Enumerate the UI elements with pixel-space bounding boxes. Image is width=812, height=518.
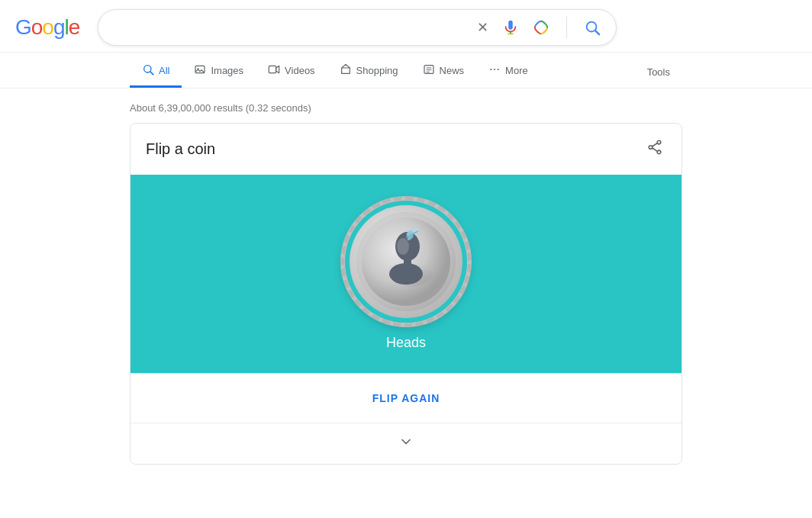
lens-icon	[533, 19, 549, 36]
nav-tabs: All Images Videos Shopping News More Too…	[0, 53, 812, 88]
logo-letter-o2: o	[42, 15, 53, 40]
svg-point-16	[657, 140, 661, 144]
shopping-tab-icon	[340, 63, 352, 78]
coin-heads-figure	[360, 216, 452, 307]
clear-button[interactable]	[474, 16, 491, 39]
tab-all-label: All	[159, 65, 169, 76]
tab-all[interactable]: All	[130, 56, 182, 88]
mic-icon	[502, 19, 519, 36]
coin-inner	[356, 212, 456, 311]
search-input[interactable]: Flip a coin	[111, 21, 474, 34]
videos-tab-icon	[268, 63, 280, 78]
flip-again-section: FLIP AGAIN	[130, 373, 682, 423]
news-tab-icon	[423, 63, 435, 78]
chevron-down-icon	[398, 434, 414, 453]
svg-line-5	[150, 72, 153, 75]
tab-images-label: Images	[211, 65, 243, 76]
search-bar: Flip a coin	[98, 9, 617, 46]
tab-shopping[interactable]: Shopping	[327, 56, 411, 88]
flip-again-button[interactable]: FLIP AGAIN	[360, 386, 453, 410]
lens-button[interactable]	[530, 16, 553, 39]
mic-button[interactable]	[499, 16, 522, 39]
svg-line-3	[595, 31, 599, 34]
svg-rect-8	[269, 66, 276, 72]
tab-news-label: News	[440, 65, 465, 76]
svg-point-15	[498, 69, 499, 70]
tab-videos[interactable]: Videos	[256, 56, 327, 88]
share-icon	[646, 139, 663, 156]
logo-letter-g: G	[15, 15, 31, 40]
logo-letter-e: e	[69, 15, 80, 40]
google-logo: G o o g l e	[15, 15, 79, 40]
results-area: About 6,39,00,000 results (0.32 seconds)…	[0, 88, 812, 471]
all-tab-icon	[142, 63, 154, 78]
svg-point-17	[649, 146, 652, 150]
tab-shopping-label: Shopping	[356, 65, 398, 76]
tab-more[interactable]: More	[476, 56, 540, 88]
tools-label: Tools	[647, 66, 670, 78]
expand-section[interactable]	[130, 423, 682, 464]
search-icon	[584, 19, 601, 36]
coin-display-area: Heads	[130, 175, 682, 373]
coin[interactable]	[345, 201, 467, 323]
tools-tab[interactable]: Tools	[635, 59, 682, 85]
tab-videos-label: Videos	[285, 65, 315, 76]
tab-images[interactable]: Images	[182, 56, 256, 88]
logo-letter-g2: g	[53, 15, 65, 40]
share-button[interactable]	[643, 136, 666, 162]
svg-rect-0	[509, 21, 514, 30]
search-submit-button[interactable]	[581, 16, 604, 39]
results-count: About 6,39,00,000 results (0.32 seconds)	[130, 95, 682, 123]
svg-point-27	[397, 238, 409, 255]
logo-letter-o1: o	[31, 15, 43, 40]
coin-card-header: Flip a coin	[130, 124, 682, 175]
coin-flip-card: Flip a coin	[130, 123, 682, 465]
search-divider	[566, 17, 567, 38]
tab-news[interactable]: News	[411, 56, 477, 88]
svg-line-20	[652, 148, 658, 151]
images-tab-icon	[194, 63, 206, 78]
tab-more-label: More	[505, 65, 528, 76]
more-tab-icon	[488, 63, 501, 78]
svg-point-14	[494, 69, 495, 70]
coin-result-label: Heads	[386, 335, 426, 351]
svg-point-26	[389, 263, 423, 285]
clear-icon	[477, 19, 488, 36]
svg-point-13	[490, 69, 491, 70]
svg-line-19	[652, 143, 658, 146]
svg-point-18	[657, 150, 661, 154]
search-icons	[474, 16, 604, 39]
header: G o o g l e Flip a coin	[0, 0, 812, 53]
coin-card-title: Flip a coin	[146, 140, 215, 158]
